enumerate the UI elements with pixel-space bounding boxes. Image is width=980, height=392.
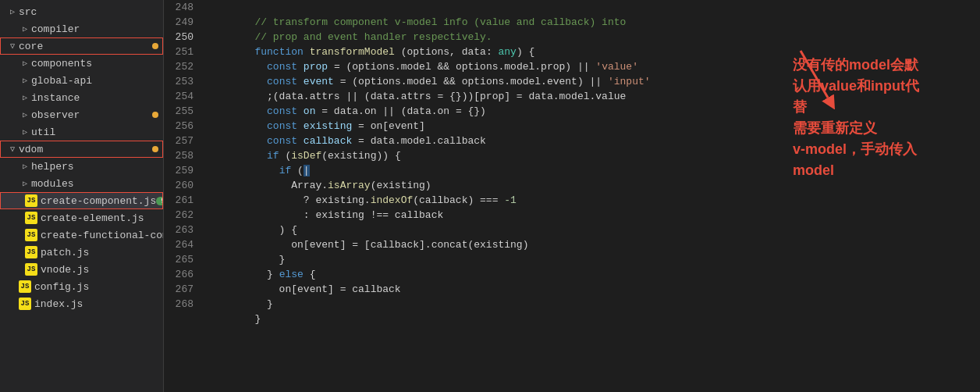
js-file-icon: JS — [19, 298, 31, 310]
line-number: 258 — [164, 148, 194, 163]
sidebar-item-create-component[interactable]: JS create-component.js 9+ — [0, 192, 163, 209]
sidebar-item-label: create-component.js — [41, 195, 156, 207]
arrow-icon: ▷ — [19, 93, 31, 102]
line-number: 254 — [164, 89, 194, 104]
line-number: 268 — [164, 297, 194, 312]
sidebar-item-src[interactable]: ▷ src — [0, 3, 163, 20]
line-numbers: 248 249 250 251 252 253 254 255 256 257 … — [164, 0, 200, 392]
sidebar-item-label: compiler — [31, 23, 163, 35]
annotation-panel: 没有传的model会默认用value和input代替需要重新定义v-model，… — [777, 0, 980, 392]
arrow-icon: ▷ — [19, 76, 31, 85]
sidebar-item-label: patch.js — [41, 247, 163, 258]
sidebar-item-label: components — [31, 58, 163, 69]
line-number: 248 — [164, 0, 194, 15]
arrow-icon: ▷ — [19, 59, 31, 68]
sidebar-item-components[interactable]: ▷ components — [0, 55, 163, 72]
sidebar-item-instance[interactable]: ▷ instance — [0, 89, 163, 106]
sidebar-item-patch[interactable]: JS patch.js — [0, 244, 163, 261]
sidebar-item-helpers[interactable]: ▷ helpers — [0, 158, 163, 175]
arrow-icon: ▽ — [6, 41, 19, 51]
code-line-265: } else { — [206, 252, 777, 267]
sidebar-item-util[interactable]: ▷ util — [0, 123, 163, 141]
arrow-icon: ▷ — [19, 179, 31, 188]
line-number: 265 — [164, 252, 194, 267]
line-number: 255 — [164, 104, 194, 119]
sidebar-item-compiler[interactable]: ▷ compiler — [0, 20, 163, 37]
sidebar-item-modules[interactable]: ▷ modules — [0, 175, 163, 192]
sidebar-item-label: create-element.js — [41, 212, 163, 224]
arrow-icon: ▷ — [6, 7, 19, 16]
sidebar-item-label: modules — [31, 178, 163, 190]
line-number: 262 — [164, 208, 194, 223]
js-file-icon: JS — [25, 194, 37, 207]
sidebar-item-label: vnode.js — [41, 264, 163, 276]
line-number: 251 — [164, 45, 194, 59]
sidebar-item-label: instance — [31, 92, 163, 104]
change-badge: 9+ — [156, 197, 164, 205]
arrow-icon: ▷ — [19, 110, 31, 119]
arrow-icon: ▷ — [19, 127, 31, 137]
code-content: // transform component v-model info (val… — [200, 0, 777, 392]
sidebar-item-config[interactable]: JS config.js — [0, 278, 163, 295]
modified-dot — [152, 43, 158, 49]
line-number: 250 — [164, 30, 194, 45]
code-line-268: } — [206, 297, 777, 312]
arrow-icon: ▷ — [19, 162, 31, 171]
sidebar-item-label: config.js — [34, 281, 163, 293]
line-number: 259 — [164, 163, 194, 178]
line-number: 253 — [164, 74, 194, 89]
js-file-icon: JS — [25, 229, 37, 241]
sidebar-item-global-api[interactable]: ▷ global-api — [0, 72, 163, 89]
arrow-icon: ▽ — [6, 144, 19, 154]
sidebar-item-vdom[interactable]: ▽ vdom — [0, 141, 163, 158]
arrow-icon: ▷ — [19, 24, 31, 34]
js-file-icon: JS — [25, 246, 37, 258]
sidebar-item-label: vdom — [19, 144, 152, 155]
file-explorer: ▷ src ▷ compiler ▽ core ▷ components ▷ g… — [0, 0, 164, 392]
line-number: 256 — [164, 119, 194, 134]
line-number: 249 — [164, 15, 194, 30]
line-number: 266 — [164, 267, 194, 282]
red-arrow-icon — [785, 47, 847, 112]
line-number: 257 — [164, 134, 194, 148]
js-file-icon: JS — [25, 263, 37, 276]
line-number: 267 — [164, 282, 194, 297]
line-number: 260 — [164, 178, 194, 193]
modified-dot — [152, 112, 158, 118]
line-number: 264 — [164, 237, 194, 252]
js-file-icon: JS — [25, 212, 37, 224]
js-file-icon: JS — [19, 280, 31, 293]
line-number: 263 — [164, 223, 194, 237]
sidebar-item-label: create-functional-component.js — [41, 230, 164, 241]
line-number: 261 — [164, 193, 194, 208]
annotation-container: 没有传的model会默认用value和input代替需要重新定义v-model，… — [777, 8, 972, 384]
sidebar-item-label: core — [19, 41, 152, 52]
sidebar-item-label: index.js — [34, 298, 163, 310]
sidebar-item-create-functional-component[interactable]: JS create-functional-component.js — [0, 226, 163, 244]
sidebar-item-create-element[interactable]: JS create-element.js — [0, 209, 163, 226]
sidebar-item-label: global-api — [31, 75, 163, 87]
line-number: 252 — [164, 59, 194, 74]
svg-line-1 — [801, 51, 828, 98]
sidebar-item-vnode[interactable]: JS vnode.js — [0, 261, 163, 278]
modified-dot — [152, 146, 158, 152]
code-editor: 248 249 250 251 252 253 254 255 256 257 … — [164, 0, 777, 392]
sidebar-item-observer[interactable]: ▷ observer — [0, 106, 163, 123]
code-line-248: // transform component v-model info (val… — [206, 0, 777, 15]
sidebar-item-index[interactable]: JS index.js — [0, 295, 163, 312]
sidebar-item-label: src — [19, 6, 163, 18]
sidebar-item-label: util — [31, 127, 163, 138]
sidebar-item-core[interactable]: ▽ core — [0, 37, 163, 55]
sidebar-item-label: helpers — [31, 161, 163, 173]
sidebar-item-label: observer — [31, 109, 152, 121]
